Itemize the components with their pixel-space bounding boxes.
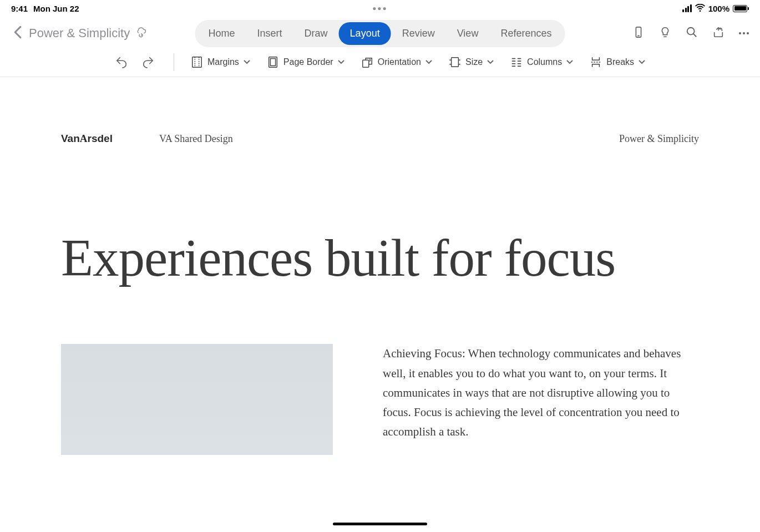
home-indicator[interactable] bbox=[333, 523, 427, 525]
page-border-label: Page Border bbox=[283, 57, 333, 67]
svg-line-3 bbox=[693, 34, 697, 37]
divider bbox=[174, 53, 174, 71]
breaks-label: Breaks bbox=[606, 57, 634, 67]
orientation-label: Orientation bbox=[378, 57, 421, 67]
tab-draw[interactable]: Draw bbox=[293, 22, 339, 45]
status-bar: 9:41 Mon Jun 22 ●●● 100% bbox=[0, 0, 760, 17]
search-icon[interactable] bbox=[686, 26, 698, 40]
tab-insert[interactable]: Insert bbox=[246, 22, 293, 45]
svg-rect-10 bbox=[452, 58, 459, 67]
undo-button[interactable] bbox=[115, 56, 128, 68]
status-date: Mon Jun 22 bbox=[33, 4, 79, 13]
more-icon[interactable] bbox=[739, 32, 749, 34]
tab-home[interactable]: Home bbox=[197, 22, 246, 45]
page-border-button[interactable]: Page Border bbox=[267, 56, 344, 68]
chevron-down-icon bbox=[639, 60, 645, 64]
size-button[interactable]: Size bbox=[449, 56, 494, 68]
document-heading[interactable]: Experiences built for focus bbox=[61, 228, 699, 288]
mobile-view-icon[interactable] bbox=[632, 26, 645, 40]
svg-rect-4 bbox=[192, 57, 202, 67]
columns-label: Columns bbox=[527, 57, 562, 67]
brand-logo: VanArsdel bbox=[61, 133, 113, 145]
tab-layout[interactable]: Layout bbox=[339, 22, 391, 45]
cloud-sync-icon[interactable] bbox=[135, 27, 146, 40]
chevron-down-icon bbox=[566, 60, 573, 64]
document-header: VanArsdel VA Shared Design Power & Simpl… bbox=[61, 133, 699, 145]
ribbon-tabs: Home Insert Draw Layout Review View Refe… bbox=[195, 20, 565, 47]
document-title[interactable]: Power & Simplicity bbox=[29, 26, 130, 40]
margins-button[interactable]: Margins bbox=[191, 56, 250, 68]
multitask-dots-icon[interactable]: ●●● bbox=[372, 4, 388, 12]
orientation-button[interactable]: Orientation bbox=[361, 56, 432, 68]
svg-rect-8 bbox=[270, 59, 275, 66]
doc-label: Power & Simplicity bbox=[619, 133, 699, 145]
margins-label: Margins bbox=[207, 57, 239, 67]
columns-button[interactable]: Columns bbox=[510, 56, 573, 68]
chevron-down-icon bbox=[338, 60, 344, 64]
lightbulb-icon[interactable] bbox=[659, 26, 671, 40]
chevron-down-icon bbox=[244, 60, 250, 64]
document-body-text[interactable]: Achieving Focus: When technology communi… bbox=[383, 344, 699, 455]
chevron-down-icon bbox=[425, 60, 432, 64]
svg-point-2 bbox=[687, 28, 695, 35]
document-canvas[interactable]: VanArsdel VA Shared Design Power & Simpl… bbox=[0, 77, 760, 531]
share-icon[interactable] bbox=[712, 26, 724, 40]
ribbon-toolbar: Margins Page Border Orientation Size bbox=[0, 48, 760, 77]
battery-percent: 100% bbox=[708, 4, 729, 13]
tab-references[interactable]: References bbox=[489, 22, 563, 45]
breaks-button[interactable]: Breaks bbox=[590, 56, 645, 68]
redo-button[interactable] bbox=[141, 56, 155, 68]
cellular-signal-icon bbox=[682, 4, 692, 12]
svg-rect-9 bbox=[362, 60, 368, 67]
status-time: 9:41 bbox=[11, 4, 28, 13]
tab-view[interactable]: View bbox=[446, 22, 490, 45]
back-button[interactable] bbox=[11, 23, 24, 43]
chevron-down-icon bbox=[487, 60, 494, 64]
tab-review[interactable]: Review bbox=[391, 22, 446, 45]
document-image[interactable] bbox=[61, 344, 333, 455]
battery-icon bbox=[733, 5, 749, 12]
wifi-icon bbox=[695, 4, 705, 13]
doc-subtitle: VA Shared Design bbox=[159, 133, 233, 145]
size-label: Size bbox=[465, 57, 483, 67]
title-bar: Power & Simplicity Home Insert Draw Layo… bbox=[0, 17, 760, 48]
